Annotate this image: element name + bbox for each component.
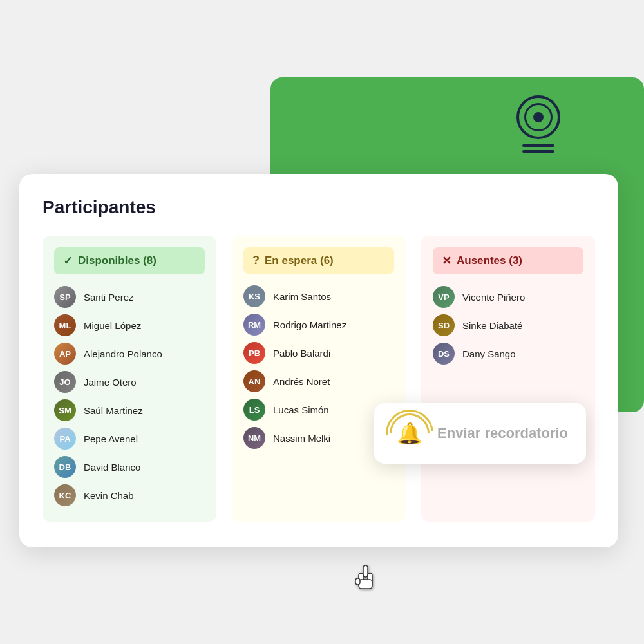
avatar: ML xyxy=(54,314,76,336)
webcam-line-1 xyxy=(522,144,554,147)
participant-name: David Blanco xyxy=(84,462,140,473)
participant-name: Alejandro Polanco xyxy=(84,348,162,359)
en-espera-header: ? En espera (6) xyxy=(243,247,394,274)
list-item: JO Jaime Otero xyxy=(54,371,205,393)
reminder-label: Enviar recordatorio xyxy=(437,425,568,442)
webcam-outer-ring xyxy=(516,95,560,139)
reminder-tooltip[interactable]: 🔔 Enviar recordatorio xyxy=(374,403,586,464)
avatar: SD xyxy=(433,314,455,336)
list-item: SM Saúl Martinez xyxy=(54,399,205,421)
list-item: SD Sinke Diabaté xyxy=(433,314,583,336)
webcam-inner-ring xyxy=(524,103,553,131)
participants-card: Participantes ✓ Disponibles (8) SP Santi… xyxy=(19,174,618,547)
page-title: Participantes xyxy=(43,197,595,218)
list-item: DS Dany Sango xyxy=(433,343,583,365)
participant-name: Kevin Chab xyxy=(84,490,134,501)
avatar: AP xyxy=(54,343,76,365)
participant-name: Andrés Noret xyxy=(273,376,330,387)
avatar: DS xyxy=(433,343,455,365)
list-item: DB David Blanco xyxy=(54,456,205,478)
avatar: DB xyxy=(54,456,76,478)
avatar: PB xyxy=(243,342,265,364)
avatar: RM xyxy=(243,314,265,336)
disponibles-header: ✓ Disponibles (8) xyxy=(54,247,205,274)
avatar: VP xyxy=(433,286,455,308)
participant-name: Vicente Piñero xyxy=(462,292,525,303)
avatar: LS xyxy=(243,399,265,421)
list-item: PB Pablo Balardi xyxy=(243,342,394,364)
disponibles-label: Disponibles (8) xyxy=(78,254,156,267)
avatar: KC xyxy=(54,484,76,506)
participant-name: Sinke Diabaté xyxy=(462,320,522,331)
webcam-stand xyxy=(522,144,554,153)
columns-container: ✓ Disponibles (8) SP Santi Perez ML Migu… xyxy=(43,236,595,522)
bell-icon-container: 🔔 xyxy=(392,416,427,451)
list-item: RM Rodrigo Martinez xyxy=(243,314,394,336)
disponibles-list: SP Santi Perez ML Miguel López AP Alejan… xyxy=(54,286,205,506)
mouse-cursor xyxy=(355,565,376,591)
list-item: SP Santi Perez xyxy=(54,286,205,308)
disponibles-column: ✓ Disponibles (8) SP Santi Perez ML Migu… xyxy=(43,236,216,522)
svg-rect-3 xyxy=(359,580,372,589)
participant-name: Rodrigo Martinez xyxy=(273,319,346,330)
en-espera-list: KS Karim Santos RM Rodrigo Martinez PB P… xyxy=(243,285,394,449)
ausentes-label: Ausentes (3) xyxy=(457,254,522,267)
question-icon: ? xyxy=(252,254,260,267)
en-espera-label: En espera (6) xyxy=(265,254,334,267)
list-item: ML Miguel López xyxy=(54,314,205,336)
list-item: KS Karim Santos xyxy=(243,285,394,307)
participant-name: Nassim Melki xyxy=(273,433,330,444)
webcam-icon xyxy=(516,95,560,153)
avatar: SM xyxy=(54,399,76,421)
svg-rect-4 xyxy=(355,578,360,585)
list-item: VP Vicente Piñero xyxy=(433,286,583,308)
participant-name: Karim Santos xyxy=(273,291,331,302)
bell-ring-inner xyxy=(381,405,438,462)
ausentes-header: ✕ Ausentes (3) xyxy=(433,247,583,274)
avatar: JO xyxy=(54,371,76,393)
en-espera-column: ? En espera (6) KS Karim Santos RM Rodri… xyxy=(232,236,406,522)
participant-name: Pablo Balardi xyxy=(273,348,330,359)
list-item: PA Pepe Avenel xyxy=(54,428,205,450)
webcam-line-2 xyxy=(522,150,554,153)
avatar: SP xyxy=(54,286,76,308)
participant-name: Lucas Simón xyxy=(273,404,329,415)
participant-name: Dany Sango xyxy=(462,348,516,359)
avatar: NM xyxy=(243,427,265,449)
webcam-lens xyxy=(533,112,544,122)
list-item: KC Kevin Chab xyxy=(54,484,205,506)
participant-name: Pepe Avenel xyxy=(84,433,138,444)
avatar: AN xyxy=(243,370,265,392)
list-item: AN Andrés Noret xyxy=(243,370,394,392)
participant-name: Miguel López xyxy=(84,320,141,331)
ausentes-column: ✕ Ausentes (3) VP Vicente Piñero SD Sink… xyxy=(421,236,595,522)
participant-name: Saúl Martinez xyxy=(84,405,143,416)
x-icon: ✕ xyxy=(442,254,451,268)
participant-name: Jaime Otero xyxy=(84,377,137,388)
ausentes-list: VP Vicente Piñero SD Sinke Diabaté DS Da… xyxy=(433,286,583,365)
participant-name: Santi Perez xyxy=(84,292,134,303)
list-item: NM Nassim Melki xyxy=(243,427,394,449)
list-item: AP Alejandro Polanco xyxy=(54,343,205,365)
check-icon: ✓ xyxy=(63,254,73,268)
list-item: LS Lucas Simón xyxy=(243,399,394,421)
avatar: PA xyxy=(54,428,76,450)
avatar: KS xyxy=(243,285,265,307)
svg-rect-0 xyxy=(363,565,368,577)
